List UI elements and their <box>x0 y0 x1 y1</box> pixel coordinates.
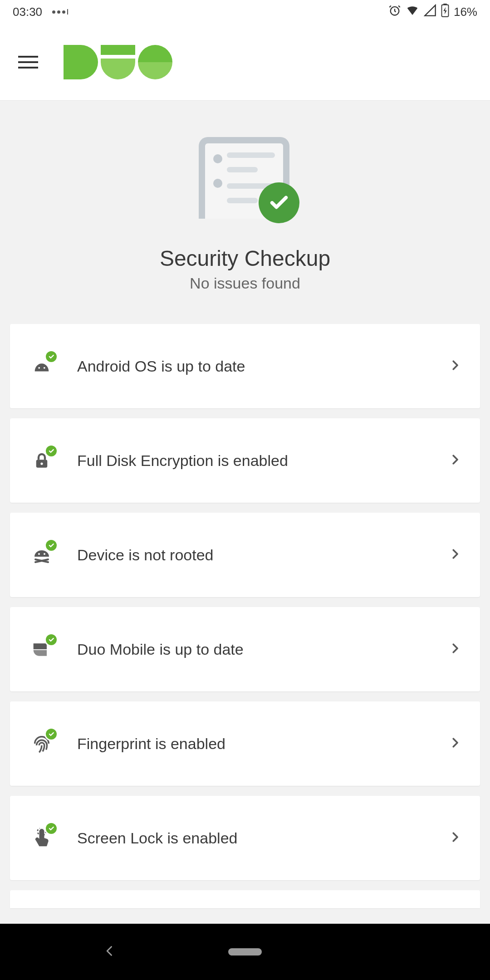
status-time: 03:30 <box>13 5 42 19</box>
system-nav-bar <box>0 924 490 980</box>
check-badge-icon <box>259 182 299 223</box>
chevron-right-icon <box>448 547 462 563</box>
app-bar <box>0 24 490 101</box>
svg-point-7 <box>38 553 40 555</box>
wifi-icon <box>406 4 419 20</box>
chevron-right-icon <box>448 453 462 468</box>
chevron-right-icon <box>448 642 462 657</box>
check-item-label: Screen Lock is enabled <box>77 829 426 847</box>
lock-icon <box>28 447 55 474</box>
check-item-label: Device is not rooted <box>77 546 426 564</box>
svg-point-3 <box>38 367 40 369</box>
status-bar: 03:30 16% <box>0 0 490 24</box>
duo-logo-icon <box>64 45 172 79</box>
check-item-screen-lock[interactable]: Screen Lock is enabled <box>10 796 480 880</box>
cell-signal-icon <box>424 4 436 20</box>
check-item-fingerprint[interactable]: Fingerprint is enabled <box>10 701 480 786</box>
check-item-duo-mobile[interactable]: Duo Mobile is up to date <box>10 607 480 691</box>
back-button[interactable] <box>103 945 116 959</box>
svg-rect-9 <box>34 643 47 649</box>
checks-list: Android OS is up to date Full Disk Encry… <box>0 324 490 880</box>
checklist-illustration-icon <box>186 137 304 228</box>
hero-section: Security Checkup No issues found <box>0 101 490 324</box>
chevron-right-icon <box>448 358 462 374</box>
check-item-disk-encryption[interactable]: Full Disk Encryption is enabled <box>10 418 480 503</box>
fingerprint-icon <box>28 730 55 757</box>
check-item-label: Duo Mobile is up to date <box>77 641 426 658</box>
chevron-right-icon <box>448 830 462 846</box>
duo-icon <box>28 636 55 663</box>
battery-charging-icon <box>441 4 449 20</box>
chevron-right-icon <box>448 736 462 751</box>
svg-point-4 <box>44 367 45 369</box>
page-title: Security Checkup <box>0 246 490 271</box>
touch-icon <box>28 824 55 852</box>
home-gesture-pill[interactable] <box>228 948 262 956</box>
android-icon <box>28 353 55 380</box>
root-icon <box>28 541 55 568</box>
page-subtitle: No issues found <box>0 274 490 292</box>
check-item-label: Android OS is up to date <box>77 358 426 375</box>
svg-point-6 <box>40 462 43 465</box>
alarm-icon <box>388 4 401 20</box>
check-item-android-os[interactable]: Android OS is up to date <box>10 324 480 408</box>
notification-indicator-icon <box>52 9 68 15</box>
svg-point-8 <box>44 553 45 555</box>
check-item-label: Fingerprint is enabled <box>77 735 426 753</box>
svg-rect-2 <box>443 4 447 5</box>
check-item-partial[interactable] <box>10 890 480 908</box>
check-item-not-rooted[interactable]: Device is not rooted <box>10 513 480 597</box>
check-item-label: Full Disk Encryption is enabled <box>77 452 426 470</box>
battery-percentage: 16% <box>454 5 477 19</box>
menu-button[interactable] <box>18 56 38 69</box>
